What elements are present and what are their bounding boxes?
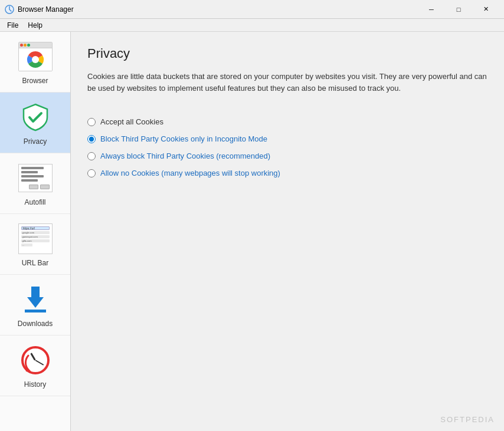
radio-option-block-incognito[interactable]: Block Third Party Cookies only in Incogn… (87, 134, 487, 143)
privacy-icon-container (17, 100, 54, 135)
urlbar-icon-container: https://url google.com gamespot.com gift… (17, 221, 54, 256)
urlbar-address: https://url (21, 226, 50, 230)
menu-help[interactable]: Help (23, 20, 47, 31)
download-arrow-icon (25, 287, 46, 312)
autofill-icon-container (17, 160, 54, 196)
content-description: Cookies are little data buckets that are… (87, 71, 487, 94)
radio-block-incognito[interactable] (87, 135, 96, 143)
page-title: Privacy (87, 46, 487, 61)
dot-red (20, 44, 23, 47)
radio-allow-none[interactable] (87, 169, 96, 177)
sidebar-item-autofill-label: Autofill (24, 198, 45, 206)
autofill-btn-2 (40, 185, 50, 189)
radio-allow-none-highlight: Allow no Cookies (many webpages will sto… (100, 169, 280, 177)
watermark: SOFTPEDIA (440, 415, 495, 424)
history-clock-icon (21, 346, 50, 374)
radio-allow-none-label: Allow no Cookies (many webpages will sto… (100, 169, 280, 177)
window-controls: ─ □ ✕ (418, 0, 499, 19)
sidebar-item-history[interactable]: History (0, 335, 70, 396)
clock-arrow-svg (24, 348, 52, 377)
radio-option-allow-none[interactable]: Allow no Cookies (many webpages will sto… (87, 169, 487, 177)
sidebar-item-privacy[interactable]: Privacy (0, 93, 70, 153)
autofill-btn-row (21, 185, 50, 189)
radio-accept-all[interactable] (87, 118, 96, 126)
radio-option-accept-all[interactable]: Accept all Cookies (87, 117, 487, 126)
urlbar-icon: https://url google.com gamespot.com gift… (18, 223, 53, 254)
svg-point-2 (32, 56, 39, 63)
radio-always-block[interactable] (87, 152, 96, 160)
radio-option-always-block[interactable]: Always block Third Party Cookies (recomm… (87, 152, 487, 160)
sidebar-item-privacy-label: Privacy (24, 137, 47, 146)
sidebar-item-downloads-label: Downloads (18, 320, 53, 328)
sidebar-item-downloads[interactable]: Downloads (0, 275, 70, 335)
browser-icon-bar (19, 42, 52, 48)
downloads-icon-container (17, 282, 54, 317)
app-icon (5, 5, 14, 14)
history-icon-container (17, 343, 54, 378)
sidebar: Browser Privacy (0, 32, 71, 431)
browser-icon-content (19, 48, 52, 71)
autofill-btn-1 (29, 185, 38, 189)
radio-always-block-label: Always block Third Party Cookies (recomm… (100, 152, 270, 160)
cookie-options-group: Accept all Cookies Block Third Party Coo… (87, 117, 487, 177)
sidebar-item-history-label: History (24, 380, 46, 389)
autofill-line-4 (21, 179, 38, 182)
radio-block-incognito-label: Block Third Party Cookies only in Incogn… (100, 134, 267, 143)
menu-file[interactable]: File (2, 20, 23, 31)
chrome-icon (27, 51, 44, 68)
menu-bar: File Help (0, 19, 504, 32)
minimize-button[interactable]: ─ (418, 0, 445, 19)
radio-accept-all-label: Accept all Cookies (100, 117, 163, 126)
urlbar-list-3: gifts.com (21, 239, 50, 242)
shield-icon (20, 102, 51, 133)
app-title: Browser Manager (18, 5, 418, 14)
dot-yellow (24, 44, 27, 47)
urlbar-list-1: google.com (21, 231, 50, 234)
sidebar-item-browser-label: Browser (22, 77, 48, 85)
sidebar-item-urlbar[interactable]: https://url google.com gamespot.com gift… (0, 214, 70, 275)
browser-icon (18, 42, 53, 71)
dot-green (27, 44, 30, 47)
autofill-icon (18, 164, 53, 192)
sidebar-item-urlbar-label: URL Bar (22, 259, 49, 267)
title-bar: Browser Manager ─ □ ✕ (0, 0, 504, 19)
content-area: Privacy Cookies are little data buckets … (71, 32, 504, 431)
sidebar-item-autofill[interactable]: Autofill (0, 153, 70, 214)
maximize-button[interactable]: □ (445, 0, 472, 19)
autofill-line-1 (21, 167, 44, 169)
autofill-line-3 (21, 175, 44, 177)
autofill-line-2 (21, 171, 38, 173)
urlbar-list-2: gamespot.com (21, 235, 50, 238)
browser-icon-container (17, 39, 54, 74)
close-button[interactable]: ✕ (472, 0, 499, 19)
radio-block-incognito-highlight: Block Third Party Cookies only in Incogn… (100, 134, 267, 143)
radio-always-block-highlight: Always block Third Party Cookies (recomm… (100, 152, 270, 160)
urlbar-list-4: ... (21, 244, 32, 246)
app-body: Browser Privacy (0, 32, 504, 431)
sidebar-item-browser[interactable]: Browser (0, 32, 70, 93)
